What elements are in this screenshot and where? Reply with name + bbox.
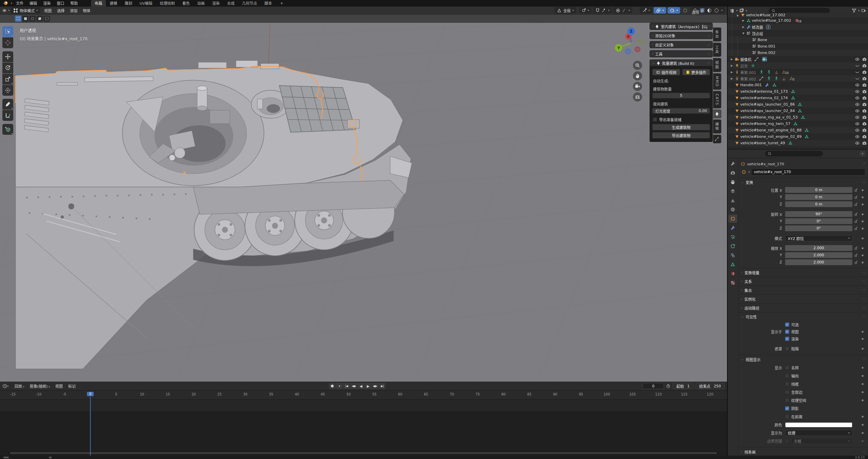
eye-icon[interactable] <box>855 57 860 61</box>
animate-dot[interactable]: ● <box>860 213 865 216</box>
sidebar-tab-条目[interactable]: 条目 <box>713 27 721 41</box>
properties-filter-chevron-icon[interactable]: ▾ <box>860 151 865 156</box>
jump-to-start-button[interactable]: |◀ <box>343 383 350 389</box>
buildit-panel-header[interactable]: ⌄批量建筑 (Build It)∷ <box>650 59 713 67</box>
timeline-scrollbar[interactable] <box>8 452 719 454</box>
viewport-menu-3[interactable]: 物体 <box>80 7 93 14</box>
mesh-data-icon[interactable] <box>793 122 798 126</box>
topbar-menu-2[interactable]: 渲染 <box>40 0 54 6</box>
disclosure-right-icon[interactable]: ▶ <box>730 77 734 80</box>
dropdown-field[interactable]: XYZ 欧拉▾ <box>785 235 852 241</box>
checkbox-边界范围[interactable] <box>785 439 789 443</box>
more-plugins-button[interactable]: 更多插件 <box>682 69 710 75</box>
fcurve-icon[interactable] <box>759 76 764 81</box>
color-swatch[interactable] <box>785 422 852 427</box>
select-circle-mode[interactable] <box>29 16 36 22</box>
annotate-tool[interactable] <box>2 99 13 110</box>
npanel-section-0[interactable]: ›室内建筑（Archipack）【Gj∷ <box>650 23 713 30</box>
animate-dot[interactable]: ● <box>860 261 865 264</box>
blender-logo-icon[interactable] <box>2 1 9 5</box>
play-button[interactable]: ▶ <box>365 383 371 389</box>
workspace-tab-1[interactable]: 建模 <box>106 0 121 6</box>
number-field[interactable]: 90° <box>785 211 852 217</box>
next-keyframe-button[interactable]: ◆▶ <box>372 383 378 389</box>
generate-buildings-button[interactable]: 生成建筑物 <box>652 124 710 130</box>
properties-tab-material-icon[interactable] <box>728 270 737 278</box>
display-mode-chevron-icon[interactable]: ▾ <box>736 9 738 12</box>
mesh-data-icon[interactable] <box>788 141 793 145</box>
building-count-input[interactable]: 5 <box>652 93 710 98</box>
lock-open-icon[interactable] <box>852 219 860 223</box>
frame-start-field[interactable]: 起始1 <box>673 383 693 389</box>
lock-open-icon[interactable] <box>852 212 860 216</box>
properties-tab-texture-icon[interactable] <box>728 279 737 287</box>
select-box-mode[interactable] <box>22 16 29 22</box>
current-frame-field[interactable]: 0 <box>643 383 664 389</box>
cursor-tool[interactable] <box>2 37 13 48</box>
render-camera-icon[interactable] <box>862 115 867 120</box>
lineart-section-header[interactable]: ›线条画∷ <box>738 447 868 456</box>
eye-icon[interactable] <box>855 83 860 87</box>
section-header-运动路径[interactable]: ›运动路径∷ <box>738 304 868 312</box>
id-type-chevron-icon[interactable]: ▾ <box>748 170 750 173</box>
pose-icon[interactable] <box>767 76 771 81</box>
lock-open-icon[interactable] <box>852 226 860 231</box>
animate-dot[interactable]: ● <box>860 440 865 442</box>
rendered-shading-icon[interactable] <box>714 8 719 13</box>
render-camera-icon[interactable] <box>862 63 867 68</box>
checkbox-名称[interactable] <box>785 366 789 370</box>
properties-tab-render-icon[interactable] <box>728 169 737 177</box>
render-camera-icon[interactable] <box>862 83 867 87</box>
properties-tab-output-icon[interactable] <box>728 178 737 186</box>
play-reverse-button[interactable]: ◀ <box>357 383 364 389</box>
workspace-tab-6[interactable]: 动画 <box>194 0 209 6</box>
xray-toggle[interactable]: ▾ <box>668 7 680 14</box>
navigation-gizmo[interactable]: X Z Y <box>614 23 652 60</box>
outliner-row[interactable]: vehicle#bone_roll_engine_02_89 <box>728 133 868 140</box>
eye-icon[interactable] <box>855 122 860 126</box>
animate-dot[interactable]: ● <box>860 374 865 377</box>
timeline-menu-3[interactable]: 标记 <box>66 383 78 389</box>
workspace-tab-8[interactable]: 合成 <box>224 0 238 6</box>
checkbox-线框[interactable] <box>785 382 789 386</box>
outliner-row[interactable]: vehicle#bone_roll_engine_01_88 <box>728 127 868 133</box>
eye-icon[interactable] <box>855 89 860 94</box>
camera-data-icon[interactable] <box>762 57 767 62</box>
render-camera-icon[interactable] <box>862 96 867 100</box>
dropdown-field[interactable]: 纹理▾ <box>785 430 852 436</box>
outliner-row[interactable]: vehicle#bone_mg_twin_57 <box>728 121 868 127</box>
checkbox-渲染[interactable]: ✓ <box>785 337 789 341</box>
workspace-tab-3[interactable]: UV编辑 <box>136 0 156 6</box>
outliner-row[interactable]: ▶骨架.00110 <box>728 69 868 75</box>
npanel-section-1[interactable]: ›添加2D对象∷ <box>650 32 713 39</box>
render-camera-icon[interactable] <box>862 128 867 132</box>
sidebar-tab-视图[interactable]: 视图 <box>713 58 721 72</box>
animate-dot[interactable]: ● <box>860 366 865 369</box>
mesh-data-icon[interactable] <box>772 83 777 87</box>
outliner-row[interactable]: Handle.001 <box>728 82 868 88</box>
properties-tab-physics-icon[interactable] <box>728 242 737 250</box>
animate-dot[interactable]: ● <box>860 391 865 393</box>
select-tweak-mode[interactable] <box>15 16 21 22</box>
filter-chevron-icon[interactable]: ▾ <box>858 9 860 12</box>
timeline-menu-1[interactable]: 抠像(插帧) ▾ <box>27 383 53 389</box>
perspective-toggle-button[interactable] <box>633 92 642 102</box>
add-workspace-button[interactable]: + <box>277 0 287 6</box>
add-cube-tool[interactable] <box>2 124 13 135</box>
animate-dot[interactable]: ● <box>860 399 865 402</box>
checkbox-在前面[interactable] <box>785 415 789 419</box>
eye-icon[interactable] <box>855 141 860 145</box>
empty-axis-icon[interactable] <box>782 76 786 81</box>
pan-hand-button[interactable] <box>633 71 642 80</box>
filter-id-type-icon[interactable] <box>739 8 744 13</box>
lock-open-icon[interactable] <box>852 260 860 264</box>
outliner-row[interactable]: ▶骨架.0025 <box>728 75 868 82</box>
options-button[interactable]: 选项▾ <box>689 9 705 15</box>
topbar-menu-3[interactable]: 窗口 <box>54 0 67 6</box>
outliner-search-input[interactable] <box>769 8 830 14</box>
mesh-data-icon[interactable] <box>798 109 802 113</box>
plugin-video-button[interactable]: 插件视频 <box>652 69 680 75</box>
pose-icon[interactable] <box>767 70 771 74</box>
checkbox-可选[interactable]: ✓ <box>785 323 789 327</box>
properties-tab-constraints-icon[interactable] <box>728 251 737 259</box>
